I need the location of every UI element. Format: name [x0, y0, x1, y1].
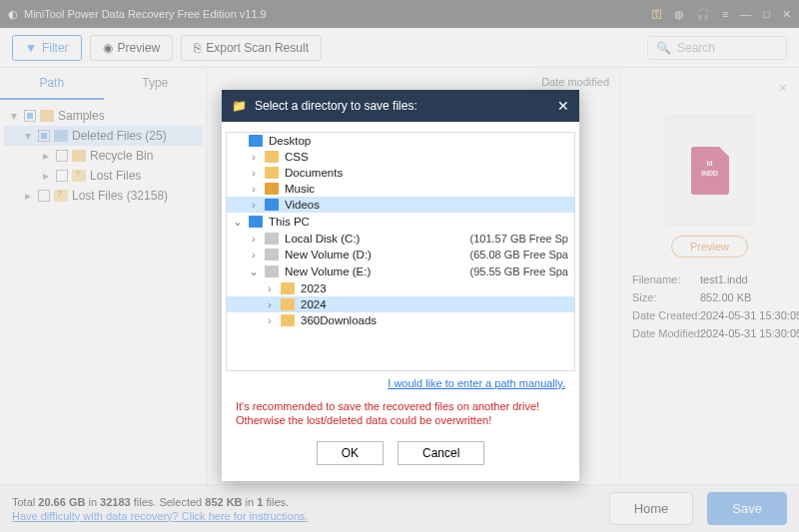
save-directory-dialog: 📁 Select a directory to save files: ✕ De…	[222, 90, 579, 481]
dir-2024[interactable]: ›2024	[227, 296, 574, 312]
dir-new-volume-e[interactable]: ⌄New Volume (E:)(95.55 GB Free Spa	[227, 263, 574, 280]
dir-css[interactable]: ›CSS	[227, 149, 574, 165]
dir-music[interactable]: ›Music	[227, 181, 574, 197]
dir-videos[interactable]: ›Videos	[227, 197, 574, 213]
dialog-close-icon[interactable]: ✕	[557, 98, 569, 114]
dialog-title: Select a directory to save files:	[255, 99, 417, 113]
dir-360downloads[interactable]: ›360Downloads	[227, 312, 574, 328]
dialog-ok-button[interactable]: OK	[317, 441, 384, 465]
dialog-titlebar: 📁 Select a directory to save files: ✕	[222, 90, 579, 122]
dialog-cancel-button[interactable]: Cancel	[398, 441, 484, 465]
dir-2023[interactable]: ›2023	[227, 280, 574, 296]
dialog-icon: 📁	[232, 99, 247, 113]
dir-local-disk-c[interactable]: ›Local Disk (C:)(101.57 GB Free Sp	[227, 231, 574, 247]
dialog-warning: It's recommended to save the recovered f…	[226, 395, 575, 435]
dir-this-pc[interactable]: ⌄This PC	[227, 213, 574, 231]
dir-new-volume-d[interactable]: ›New Volume (D:)(65.08 GB Free Spa	[227, 247, 574, 263]
directory-tree[interactable]: Desktop ›CSS ›Documents ›Music ›Videos ⌄…	[226, 132, 575, 371]
dir-desktop[interactable]: Desktop	[227, 133, 574, 149]
manual-path-link[interactable]: I would like to enter a path manually.	[388, 377, 565, 389]
dir-documents[interactable]: ›Documents	[227, 165, 574, 181]
